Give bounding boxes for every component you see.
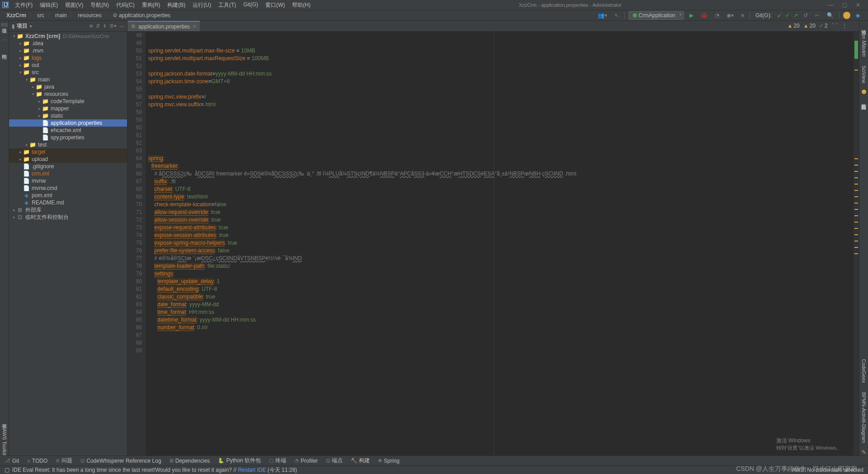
menu-item[interactable]: 帮助(H) [289, 0, 313, 10]
push-icon[interactable]: ↗ [793, 12, 798, 19]
hide-icon[interactable]: — [119, 23, 124, 29]
tree-row[interactable]: ▸⊞外部库 [9, 206, 127, 213]
tree-row[interactable]: ▸📁mapper [9, 105, 127, 112]
aws-status[interactable]: ✓ AWS: No credentials selected [786, 467, 863, 473]
tree-row[interactable]: ▸📁logs [9, 54, 127, 62]
tree-row[interactable]: 📄spy.properties [9, 134, 127, 141]
tree-label: .gitignore [32, 163, 54, 170]
restart-link[interactable]: Restart IDE [238, 467, 266, 473]
tree-row[interactable]: ▾📁src [9, 69, 127, 76]
menu-item[interactable]: 重构(R) [139, 0, 163, 10]
tree-row[interactable]: 📄mvnw [9, 177, 127, 185]
minimize-button[interactable]: — [827, 1, 835, 9]
commit-icon[interactable]: ✓ [785, 12, 790, 19]
code-editor[interactable]: 4849505152535455565758596061626364656667… [127, 32, 859, 455]
bottom-tab[interactable]: ≡TODO [27, 458, 47, 464]
menu-item[interactable]: Git(G) [241, 0, 261, 10]
breadcrumb-item[interactable]: XzzCrm [5, 12, 28, 19]
tree-row[interactable]: ▸📁upload [9, 156, 127, 163]
debug-button[interactable]: 🐞 [699, 11, 709, 19]
gear-icon[interactable]: ⚙▾ [109, 23, 117, 29]
tree-label: mvnw.cmd [32, 185, 57, 191]
bottom-tab[interactable]: 🐍Python 软件包 [218, 457, 261, 465]
inspection-bar[interactable]: ▲20 ▲20 ✓2 ˄ ˅ ⋮ [787, 23, 847, 29]
menu-item[interactable]: 运行(U) [190, 0, 214, 10]
breadcrumb-item[interactable]: main [53, 12, 69, 19]
tree-row[interactable]: 📄mvnw.cmd [9, 185, 127, 192]
tree-row[interactable]: ▸📁codeTemplate [9, 98, 127, 105]
menu-item[interactable]: 窗口(W) [263, 0, 288, 10]
tree-row[interactable]: 📄crm.iml [9, 170, 127, 177]
bottom-tab[interactable]: ❀Spring [378, 458, 400, 464]
stop-button[interactable]: ■ [739, 11, 746, 19]
editor-tab[interactable]: ⚙ application.properties ✕ [127, 21, 200, 31]
maximize-button[interactable]: ▢ [841, 1, 848, 9]
status-icon[interactable]: ▢ [5, 467, 9, 473]
menu-item[interactable]: 代码(C) [113, 0, 137, 10]
settings-icon[interactable]: ◆ [854, 11, 862, 19]
bottom-tab[interactable]: ⊞Dependencies [170, 458, 210, 464]
tree-row[interactable]: ▾📁main [9, 76, 127, 83]
rollback-icon[interactable]: ⤺ [813, 11, 821, 19]
tree-row[interactable]: ▸📁static [9, 112, 127, 119]
bottom-tab[interactable]: ▢终端 [269, 457, 286, 465]
profile-button[interactable]: ◉▾ [725, 11, 736, 19]
folder-orange-icon: 📁 [23, 156, 30, 162]
users-icon[interactable]: 👥▾ [596, 11, 609, 19]
tree-row[interactable]: 📄application.properties [9, 119, 127, 127]
bottom-tab[interactable]: ⊘问题 [56, 457, 72, 465]
left-tab-project[interactable]: 项目 [1, 23, 8, 27]
tree-row[interactable]: ▸📁.mvn [9, 47, 127, 54]
select-file-icon[interactable]: ⊕ [89, 23, 93, 29]
bottom-tab[interactable]: ◔Profiler [294, 458, 318, 464]
update-icon[interactable]: ↙ [777, 12, 782, 19]
search-icon[interactable]: 🔍 [825, 11, 835, 19]
tree-row[interactable]: 📄ehcache.xml [9, 127, 127, 134]
branch-icon[interactable]: ↖ [613, 11, 621, 19]
breadcrumb-item[interactable]: resources [76, 12, 104, 19]
tree-row[interactable]: ◈README.md [9, 199, 127, 206]
left-tab-aws[interactable]: AWS Toolkit [2, 429, 7, 455]
tree-row[interactable]: ▸📁java [9, 83, 127, 90]
breadcrumb-item[interactable]: src [35, 12, 46, 19]
expand-icon[interactable]: ⇵ [96, 23, 100, 29]
tree-row[interactable]: ▸📁out [9, 62, 127, 69]
right-tab-sciview[interactable]: SciView [861, 63, 867, 86]
bottom-tab[interactable]: ⊡端点 [326, 457, 343, 465]
coverage-button[interactable]: ◔ [713, 11, 721, 19]
close-icon[interactable]: ✕ [193, 24, 196, 29]
right-tab-robot[interactable]: 机器人交互控制台 [860, 98, 867, 103]
bottom-tab[interactable]: ⎇Git [5, 458, 19, 464]
tree-row[interactable]: ▾📁resources [9, 90, 127, 98]
tree-row[interactable]: ▸📁target [9, 148, 127, 156]
bottom-tab[interactable]: 🔨构建 [351, 457, 370, 465]
git-label: Git(G): [754, 12, 774, 19]
tree-row[interactable]: 📄.gitignore [9, 163, 127, 170]
lib-icon: ⊞ [16, 207, 24, 213]
run-button[interactable]: ▶ [688, 11, 695, 19]
tree-row[interactable]: ▸⊡临时文件和控制台 [9, 213, 127, 221]
menu-item[interactable]: 文件(F) [12, 0, 35, 10]
close-button[interactable]: ✕ [854, 1, 862, 9]
history-icon[interactable]: ↺ [802, 11, 810, 19]
project-tree[interactable]: ▾📁XzzCrm [crm]D:\GitHouse\XzzCrm▸📁.idea▸… [9, 32, 127, 455]
menu-item[interactable]: 导航(N) [88, 0, 112, 10]
breadcrumb-item[interactable]: ⚙ application.properties [111, 12, 172, 19]
right-tab-codegeex[interactable]: CodeGeex [861, 356, 867, 386]
menu-item[interactable]: 视图(V) [62, 0, 86, 10]
right-tab-notifications[interactable]: 通知 [860, 23, 867, 28]
tree-row[interactable]: ▸📁.idea [9, 40, 127, 47]
menu-item[interactable]: 构建(B) [165, 0, 188, 10]
tree-row[interactable]: ◈pom.xml [9, 192, 127, 199]
run-config-dropdown[interactable]: ⬢ CrmApplication [628, 11, 684, 20]
file-md-icon: ◈ [23, 199, 30, 206]
avatar-icon[interactable] [843, 12, 850, 19]
right-tab-bpmn[interactable]: BPMN-Activiti-Diagram [861, 389, 867, 446]
collapse-icon[interactable]: ⇟ [103, 23, 107, 29]
bottom-tab[interactable]: ⊡CodeWhisperer Reference Log [80, 458, 161, 464]
menu-item[interactable]: 工具(T) [216, 0, 239, 10]
tree-row[interactable]: ▸📁test [9, 141, 127, 148]
right-tab-maven[interactable]: m Maven [861, 32, 867, 59]
menu-item[interactable]: 编辑(E) [37, 0, 61, 10]
tree-row[interactable]: ▾📁XzzCrm [crm]D:\GitHouse\XzzCrm [9, 33, 127, 40]
